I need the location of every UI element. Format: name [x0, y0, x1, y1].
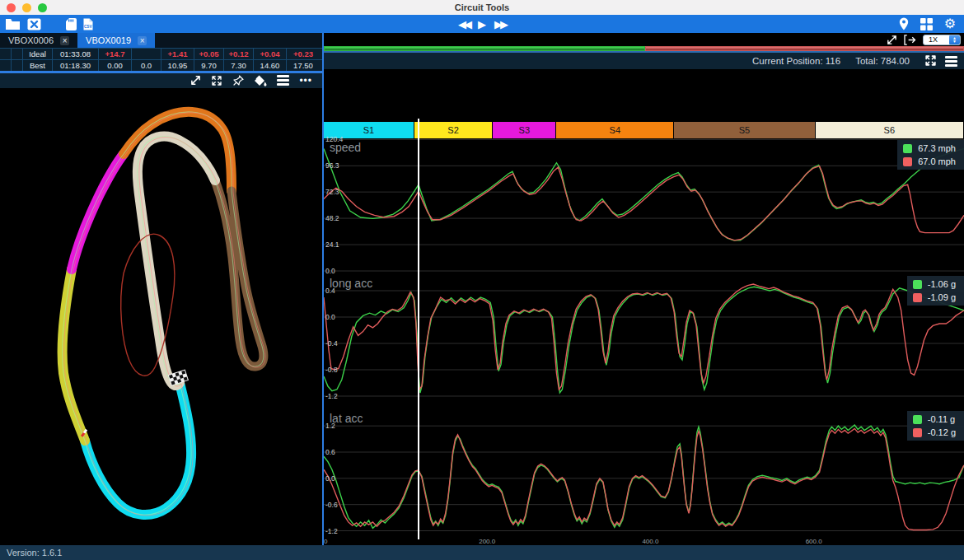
- x-axis: 0200.0400.0600.0: [324, 538, 964, 545]
- playback-cursor[interactable]: [418, 119, 419, 539]
- open-folder-button[interactable]: [5, 18, 21, 30]
- sector-s6: S6: [816, 122, 964, 138]
- track-sector-s3-path: [72, 154, 124, 269]
- y-tick-label: 0.6: [325, 448, 335, 456]
- zoom-scale-value: 1X: [924, 35, 949, 44]
- map-color-fill-button[interactable]: [254, 75, 267, 86]
- sector-s4: S4: [556, 122, 674, 138]
- graph-export-button[interactable]: [904, 35, 916, 45]
- main-area: VBOX0006 × VBOX0019 × Ideal 01:33.08 +14…: [0, 33, 964, 545]
- grid-icon: [920, 18, 933, 30]
- total-label: Total: 784.00: [855, 56, 910, 66]
- lap-time-table: Ideal 01:33.08 +14.7 +1.41 +0.05 +0.12 +…: [0, 48, 322, 71]
- graph-spacer: [324, 69, 964, 122]
- map-pin-button[interactable]: [232, 75, 244, 86]
- sector-cell: 14.60: [254, 60, 287, 71]
- sector-cell: +0.05: [194, 49, 224, 59]
- delta-cell: +14.7: [99, 49, 132, 59]
- close-tab-icon[interactable]: ×: [138, 36, 147, 45]
- window-controls[interactable]: [7, 3, 47, 12]
- minimize-window-button[interactable]: [22, 3, 31, 12]
- chart-legend: -1.06 g -1.09 g: [907, 276, 964, 306]
- close-file-icon: [27, 18, 41, 30]
- export-csv-button[interactable]: CSV: [83, 18, 93, 30]
- sector-cell: 10.95: [161, 60, 194, 71]
- map-menu-button[interactable]: [277, 75, 289, 86]
- sector-cell: +0.12: [224, 49, 254, 59]
- y-tick-label: 120.4: [325, 135, 343, 143]
- zoom-window-button[interactable]: [38, 3, 47, 12]
- chart-long-acc[interactable]: long acc -1.06 g -1.09 g 0.40.0-0.4-0.8-…: [324, 274, 964, 409]
- track-sector-s1-path: [85, 383, 191, 515]
- playback-controls: ◀◀ ▶ ▶▶: [458, 19, 506, 30]
- y-tick-label: -0.4: [325, 339, 338, 348]
- map-marker-button[interactable]: [899, 17, 909, 30]
- version-label: Version: 1.6.1: [7, 548, 62, 558]
- chart-canvas-speed: [324, 138, 964, 274]
- trace-lap-green: [324, 287, 964, 393]
- y-tick-label: -0.6: [325, 501, 338, 509]
- legend-swatch-red: [903, 157, 912, 166]
- legend-value: 67.3 mph: [918, 143, 956, 153]
- y-tick-label: -1.2: [325, 527, 338, 535]
- chart-speed[interactable]: speed 67.3 mph 67.0 mph 120.496.372.348.…: [324, 138, 964, 274]
- graph-fullscreen-button[interactable]: [924, 54, 937, 68]
- trace-lap-red: [324, 166, 964, 240]
- trace-lap-red: [324, 428, 964, 530]
- table-row-ideal: Ideal 01:33.08 +14.7 +1.41 +0.05 +0.12 +…: [0, 49, 322, 60]
- sector-band: S1S2S3S4S5S6: [324, 122, 964, 138]
- y-tick-label: 1.2: [325, 422, 335, 430]
- stepper-down-icon: ▼: [952, 40, 957, 44]
- play-button[interactable]: ▶: [478, 19, 486, 30]
- tab-label: VBOX0019: [86, 35, 131, 45]
- window-title: Circuit Tools: [455, 2, 509, 12]
- close-window-button[interactable]: [7, 3, 16, 12]
- left-panel: VBOX0006 × VBOX0019 × Ideal 01:33.08 +14…: [0, 33, 322, 545]
- table-row-best: Best 01:18.30 0.00 0.0 10.95 9.70 7.30 1…: [0, 60, 322, 72]
- y-tick-label: -1.2: [325, 392, 338, 400]
- sector-cell: 7.30: [224, 60, 254, 71]
- legend-swatch-red: [913, 293, 922, 302]
- sd-card-icon: [66, 18, 77, 30]
- map-fullscreen-button[interactable]: [211, 75, 222, 86]
- y-tick-label: 0.0: [325, 474, 335, 483]
- graph-menu-button[interactable]: [945, 56, 957, 67]
- map-resize-button[interactable]: [190, 75, 201, 86]
- y-tick-label: 24.1: [325, 240, 339, 249]
- layout-grid-button[interactable]: [920, 18, 933, 30]
- y-tick-label: -0.8: [325, 366, 338, 374]
- row-label: Best: [23, 60, 53, 71]
- lap-time-cell: 01:33.08: [53, 49, 99, 59]
- track-map: [0, 88, 322, 542]
- y-tick-label: 0.0: [325, 267, 335, 275]
- y-tick-label: 0.4: [325, 287, 335, 295]
- tab-vbox0019[interactable]: VBOX0019 ×: [77, 33, 155, 48]
- title-bar: Circuit Tools: [0, 0, 964, 15]
- import-sd-card-button[interactable]: [66, 18, 77, 30]
- expand-arrows-icon: [211, 75, 222, 86]
- settings-button[interactable]: ⚙: [944, 17, 956, 30]
- sector-s5: S5: [674, 122, 815, 138]
- graph-header: Current Position: 116 Total: 784.00: [324, 51, 964, 69]
- stepper-control[interactable]: ▲ ▼: [949, 35, 960, 45]
- rewind-button[interactable]: ◀◀: [458, 19, 470, 30]
- expand-arrows-icon: [924, 54, 937, 67]
- graph-resize-button[interactable]: [887, 35, 897, 45]
- chart-canvas-lat-acc: [324, 409, 964, 538]
- fast-forward-button[interactable]: ▶▶: [494, 19, 506, 30]
- tab-vbox0006[interactable]: VBOX0006 ×: [0, 33, 77, 48]
- csv-file-icon: CSV: [83, 18, 93, 30]
- graph-toolbar: 1X ▲ ▼: [324, 33, 964, 46]
- folder-icon: [5, 18, 21, 30]
- toolbar-view-group: ⚙: [899, 17, 956, 30]
- close-tab-icon[interactable]: ×: [60, 36, 69, 45]
- chart-label: long acc: [330, 277, 372, 290]
- close-file-button[interactable]: [27, 18, 41, 30]
- legend-swatch-green: [913, 415, 922, 424]
- track-map-area[interactable]: [0, 88, 322, 545]
- chart-lat-acc[interactable]: lat acc -0.11 g -0.12 g 1.20.60.0-0.6-1.…: [324, 409, 964, 538]
- zoom-scale-select[interactable]: 1X ▲ ▼: [923, 35, 961, 45]
- sector-s3: S3: [493, 122, 556, 138]
- row-label: Ideal: [23, 49, 53, 59]
- map-more-button[interactable]: •••: [299, 75, 312, 86]
